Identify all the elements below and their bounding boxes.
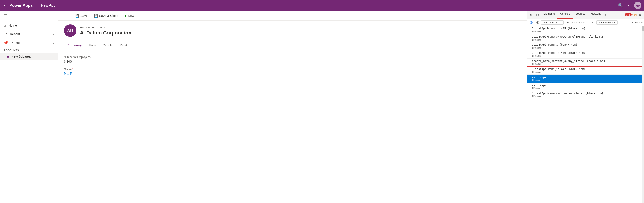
tab-related[interactable]: Related [116,41,134,50]
save-close-button[interactable]: 💾 Save & Close [92,13,120,19]
frame-item-6[interactable]: main.aspx IFrame [527,75,642,83]
save-icon: 💾 [75,14,79,18]
warning-count-badge: △ 96 [632,13,637,16]
frame-item-0[interactable]: ClientApiFrame_id-445 (blank.htm) IFrame [527,26,642,34]
recent-chevron-icon: ⌄ [52,32,55,36]
devtools-clear-icon[interactable] [535,20,540,25]
tab-files[interactable]: Files [86,41,100,50]
devtools-cursor-icon[interactable] [528,12,534,18]
filter-clear-icon[interactable]: ✕ [592,21,594,24]
frame-item-7[interactable]: main.aspx IFrame [527,83,642,91]
more-options-icon[interactable]: ⋮ [626,3,630,8]
devtools-tab-sources[interactable]: Sources [573,11,588,19]
search-icon[interactable]: 🔍 [618,3,623,8]
record-avatar: AD [64,24,76,37]
sidebar-item-recent[interactable]: ⏱ Recent ⌄ [0,30,58,38]
frame-item-4[interactable]: create_note_content_dummy_iframe (about:… [527,59,642,67]
sidebar-toggle[interactable]: ☰ [0,11,58,21]
error-count-badge: ☹6 [625,13,632,17]
frame-item-7-title: main.aspx [532,84,640,87]
sidebar-item-home[interactable]: ⌂ Home [0,21,58,30]
svg-line-5 [537,22,538,23]
avatar[interactable]: MP [634,2,641,9]
devtools-eye-icon[interactable] [564,20,570,25]
record-type-chevron-icon: ⌄ [104,26,106,29]
recent-icon: ⏱ [4,32,7,36]
console-content[interactable]: ❯ target record/main.aspx?... ClientApiF… [527,26,644,203]
app-title: New App [41,3,55,8]
devtools-tab-console[interactable]: Console [558,11,573,19]
sidebar-pinned-label: Pinned [11,41,21,45]
record-header: AD Account: Account ⌄ A. Datum Corporati… [58,21,527,41]
devtools-tab-network[interactable]: Network [588,11,603,19]
sidebar-home-label: Home [8,24,17,27]
back-button[interactable]: ← [62,12,69,19]
frame-dropdown: ClientApiFrame_id-445 (blank.htm) IFrame… [527,26,642,99]
frame-selector-value: main.aspx [543,21,554,24]
svg-rect-1 [538,15,539,16]
frame-item-6-subtitle: IFrame [532,79,640,82]
grid-icon[interactable]: ⋮ [3,3,7,8]
devtools-tab-elements[interactable]: Elements [541,11,558,19]
devtools-block-icon[interactable] [529,20,534,25]
frame-item-2-title: ClientApiFrame_1 (blank.htm) [532,43,640,46]
sidebar-subarea-label: New Subarea [12,55,30,58]
devtools-device-icon[interactable] [534,12,541,18]
frame-item-1-title: ClientApiFrame_SkypeChannelIFrame (blank… [532,35,640,38]
frame-item-4-subtitle: IFrame [532,63,640,66]
save-button[interactable]: 💾 Save [73,13,90,19]
frame-item-4-title: create_note_content_dummy_iframe (about:… [532,59,640,63]
owner-value[interactable]: M... P... [64,72,522,75]
svg-point-7 [567,22,568,23]
sidebar-recent-label: Recent [10,32,20,36]
devtools-tabs: Elements Console Sources Network » ☹6 △ … [527,11,644,19]
employees-field: Number of Employees 6,200 [64,56,522,63]
content-area: ← 💾 Save 💾 Save & Close + New ⋮ AD Accou… [58,11,527,203]
form-content: Number of Employees 6,200 Owner* M... P.… [58,50,527,203]
frame-item-0-subtitle: IFrame [532,30,640,33]
log-level-selector[interactable]: Default levels ▼ [596,21,618,25]
scroll-thumb[interactable] [642,26,644,31]
app-name: Power Apps [10,3,32,8]
devtools-toolbar: main.aspx ▼ ✕ Default levels ▼ 131 hidde… [527,19,644,26]
devtools-settings-icon[interactable]: ⚙ [637,12,643,18]
tab-details[interactable]: Details [99,41,116,50]
employees-label: Number of Employees [64,56,522,59]
frame-item-1[interactable]: ClientApiFrame_SkypeChannelIFrame (blank… [527,34,642,42]
new-icon: + [124,14,126,18]
frame-chevron-icon: ▼ [555,21,558,24]
log-level-chevron-icon: ▼ [614,21,616,24]
save-label: Save [80,14,88,18]
frame-item-0-title: ClientApiFrame_id-445 (blank.htm) [532,27,640,30]
filter-input[interactable] [572,21,590,24]
devtools-more-tabs[interactable]: » [603,12,608,18]
frame-item-8-subtitle: IFrame [532,95,640,98]
svg-line-3 [531,22,532,23]
save-close-icon: 💾 [94,14,98,18]
frame-item-3-subtitle: IFrame [532,55,640,57]
frame-item-2-subtitle: IFrame [532,46,640,49]
owner-label: Owner* [64,68,522,71]
frame-item-5[interactable]: ClientApiFrame_id-447 (blank.htm) IFrame [527,67,642,75]
main-layout: ☰ ⌂ Home ⏱ Recent ⌄ 📌 Pinned ⌄ Accounts … [0,11,644,203]
filter-input-wrap: ✕ [571,20,596,25]
frame-selector[interactable]: main.aspx ▼ [541,21,564,25]
new-button[interactable]: + New [122,12,136,19]
frame-item-8[interactable]: ClientApiFrame_crm_header_global (blank.… [527,91,642,99]
sidebar-item-pinned[interactable]: 📌 Pinned ⌄ [0,38,58,47]
devtools-panel: Elements Console Sources Network » ☹6 △ … [527,11,644,203]
frame-item-3[interactable]: ClientApiFrame_id-446 (blank.htm) IFrame [527,50,642,59]
owner-required-indicator: * [72,68,73,71]
command-more-icon[interactable]: ⋮ [516,12,524,19]
record-info: Account: Account ⌄ A. Datum Corporation.… [80,26,522,36]
scrollbar[interactable] [642,26,644,203]
tab-summary[interactable]: Summary [64,41,86,50]
command-bar: ← 💾 Save 💾 Save & Close + New ⋮ [58,11,527,21]
frame-item-7-subtitle: IFrame [532,87,640,90]
frame-item-3-title: ClientApiFrame_id-446 (blank.htm) [532,51,640,55]
sidebar-item-new-subarea[interactable]: ▣ New Subarea [0,53,58,60]
frame-item-2[interactable]: ClientApiFrame_1 (blank.htm) IFrame [527,42,642,50]
record-type[interactable]: Account: Account ⌄ [80,26,522,29]
top-bar: ⋮ Power Apps New App 🔍 ⋮ MP [0,0,644,11]
top-bar-divider [38,3,38,8]
